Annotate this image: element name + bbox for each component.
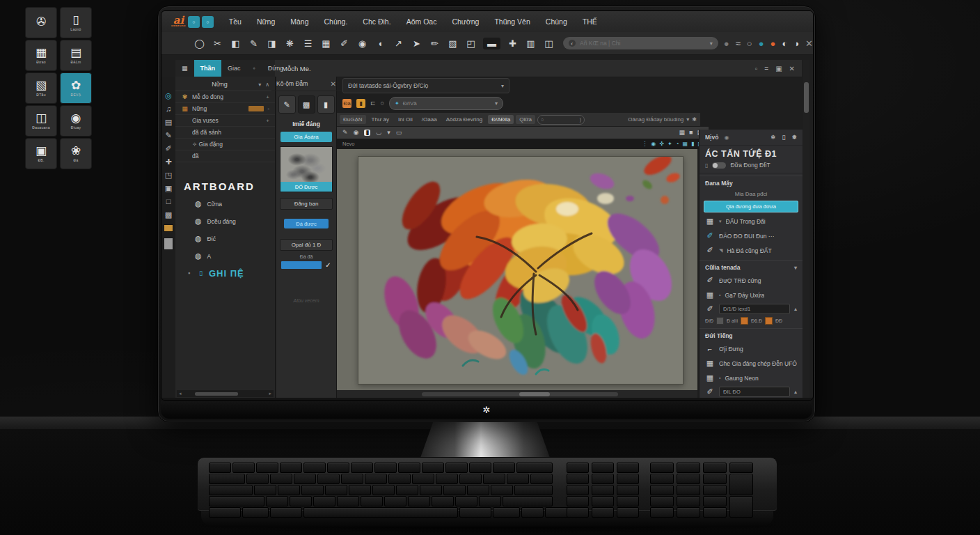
key[interactable] (280, 463, 302, 473)
desktop-icon-typewriter[interactable]: ✇ (25, 7, 57, 38)
font-input[interactable]: ✦Đ/IVä▾ (389, 97, 503, 110)
snowflake-icon-2[interactable]: ❅ (791, 134, 797, 141)
mini-right-icon-1[interactable]: ■ (689, 130, 693, 136)
rail-tool-6[interactable]: ◳ (165, 171, 172, 179)
view-mode-icon-0[interactable]: ▾ (686, 116, 689, 123)
teal-row-2[interactable]: Qia đương đưa đơưa (704, 201, 798, 212)
orange-swatch[interactable]: ● (770, 39, 776, 48)
primary-blue-button[interactable]: Đá được (284, 219, 329, 228)
canvas-icon-0[interactable]: ⋮ (642, 141, 647, 147)
rail-tool-9[interactable]: ▩ (165, 211, 172, 219)
artboard-tool-icon[interactable]: ◫ (543, 38, 555, 49)
layer-item-2[interactable]: Gia vuses+ (175, 115, 275, 127)
document-dropdown[interactable]: Đứi tavtasde sái-Ôgvbry Đ/Ciọ ▾ (342, 78, 509, 93)
key[interactable] (374, 463, 397, 473)
key[interactable] (317, 474, 340, 484)
key[interactable] (507, 474, 529, 484)
key[interactable] (650, 496, 674, 506)
rail-tool-2[interactable]: ▤ (165, 118, 172, 126)
key[interactable] (729, 463, 753, 473)
canvas-icon-3[interactable]: ✦ (667, 141, 672, 147)
brush-tool-icon[interactable]: ✐ (338, 38, 350, 49)
key[interactable] (703, 485, 727, 495)
menu-item-3[interactable]: Chùng. (324, 17, 348, 26)
doc-tab-6[interactable]: Qiữa (516, 115, 535, 124)
property-row-13[interactable]: ▦Ghe Gia đáng chép Đễn ỤFÓ (700, 356, 803, 371)
key[interactable] (567, 507, 589, 518)
pencil-tool-icon[interactable]: ✏ (429, 38, 441, 49)
key[interactable] (313, 496, 335, 506)
key[interactable] (483, 474, 505, 484)
mini-icon-1[interactable]: ◉ (354, 130, 359, 136)
color-chip[interactable] (248, 106, 264, 111)
artboard-page[interactable] (358, 156, 683, 385)
wand-tool-icon[interactable]: ✚ (507, 38, 519, 49)
stamp-tool-icon[interactable]: ◉ (356, 38, 368, 49)
key[interactable] (459, 474, 482, 484)
vscroll-thumb[interactable] (804, 82, 809, 113)
close-icon[interactable]: ✕ (331, 80, 336, 88)
left-tab-0[interactable]: Thần (194, 60, 222, 77)
contrast-right-icon[interactable]: ◑ (793, 39, 799, 48)
key[interactable] (592, 474, 614, 484)
scissors-tool-icon[interactable]: ✂ (212, 38, 223, 49)
key[interactable] (422, 463, 444, 473)
mini-icon-2[interactable]: ▮ (364, 130, 370, 136)
teal-action-button[interactable]: Gia Ására (280, 132, 332, 142)
layer-item-3[interactable]: đã đã sảnh (175, 127, 275, 139)
desktop-icon-printer[interactable]: ▤ĐẠLm (60, 40, 92, 71)
key[interactable] (270, 474, 292, 484)
chevron-up-icon[interactable]: ▴ (794, 389, 797, 395)
menu-item-4[interactable]: Chc Đih. (363, 17, 390, 26)
key[interactable] (209, 496, 264, 506)
shape-tool-icon[interactable]: ◧ (230, 38, 242, 49)
key[interactable] (650, 474, 674, 484)
key[interactable] (592, 485, 614, 495)
panel-grid-icon[interactable]: ▦ (175, 60, 194, 77)
desktop-icon-pictures[interactable]: ▧ĐTầu (25, 72, 57, 104)
property-input[interactable]: Đ/1/Đ iexd1 (719, 304, 790, 314)
property-row-5[interactable]: ✐◥Hà Đá cũng ĐẤT (700, 243, 803, 258)
key[interactable] (592, 507, 614, 518)
mini-icon-3[interactable]: ◡ (376, 130, 381, 136)
rail-tool-0[interactable]: ◎ (165, 92, 172, 100)
list-tool-icon[interactable]: ☰ (302, 38, 314, 49)
snowflake-icon-1[interactable]: ▯ (782, 134, 786, 141)
key[interactable] (337, 496, 359, 506)
key[interactable] (677, 463, 700, 473)
cursor-tool-icon[interactable]: ➤ (411, 38, 422, 49)
desktop-icon-paw[interactable]: ❀Đá (60, 138, 92, 169)
orange-chip[interactable] (765, 317, 773, 325)
mini-icon-5[interactable]: ▭ (396, 130, 402, 136)
preview-thumbnail[interactable]: ĐỔ Được (280, 146, 333, 192)
teal-swatch[interactable]: ● (759, 39, 764, 48)
rail-tool-4[interactable]: ✐ (165, 145, 171, 153)
menu-item-6[interactable]: Chường (452, 17, 479, 26)
key[interactable] (372, 485, 395, 495)
key[interactable] (617, 485, 639, 495)
key[interactable] (232, 463, 255, 473)
toggle-row[interactable]: ▯ Đữa Đong ĐfiT (700, 160, 803, 173)
key[interactable] (396, 485, 418, 495)
key[interactable] (209, 485, 253, 495)
image-mode-button[interactable]: ▩ (298, 95, 315, 114)
key[interactable] (290, 496, 312, 506)
canvas-hscrollbar[interactable] (337, 390, 697, 398)
mini-right-icon-0[interactable]: ▦ (679, 130, 686, 136)
menu-item-9[interactable]: THẾ (583, 17, 597, 26)
doc-tab-2[interactable]: Iní Oii (395, 115, 416, 124)
key[interactable] (459, 507, 491, 518)
desktop-icon-qr-grid[interactable]: ▦Đưao (25, 40, 57, 71)
artboard-item-1[interactable]: ◍Đcều đáng (175, 212, 275, 230)
key[interactable] (303, 463, 326, 473)
key[interactable] (491, 485, 513, 495)
desktop-icon-camera[interactable]: ◉Đìuay (60, 105, 92, 137)
key[interactable] (650, 463, 674, 473)
rail-tool-3[interactable]: ✎ (165, 132, 171, 139)
property-row-3[interactable]: ▦▾ĐẤU Trong Đấi (700, 214, 803, 228)
key[interactable] (516, 463, 553, 473)
property-row-7[interactable]: ✐ĐưỢ TRĐ cứng (700, 273, 803, 288)
key[interactable] (351, 463, 373, 473)
pen-tool-icon[interactable]: ✎ (248, 38, 260, 49)
sketch-mode-button[interactable]: ✎ (278, 95, 296, 114)
